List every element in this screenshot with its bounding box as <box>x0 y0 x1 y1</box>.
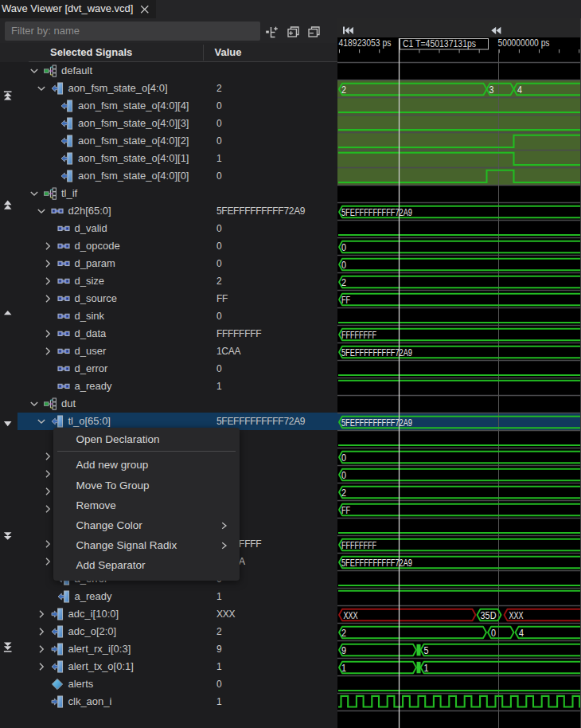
svg-text:XXX: XXX <box>344 609 358 621</box>
svg-text:0: 0 <box>341 259 346 271</box>
svg-text:9: 9 <box>341 644 346 656</box>
svg-text:2: 2 <box>341 487 346 499</box>
svg-text:500000000 ps: 500000000 ps <box>498 37 550 49</box>
svg-text:4: 4 <box>519 627 524 639</box>
svg-text:418923053 ps: 418923053 ps <box>339 37 392 49</box>
svg-text:0: 0 <box>341 469 346 481</box>
svg-text:4: 4 <box>517 84 522 96</box>
svg-text:XXX: XXX <box>509 609 524 621</box>
svg-text:3: 3 <box>489 84 494 96</box>
svg-text:5: 5 <box>424 644 429 656</box>
svg-text:C1 T=450137131ps: C1 T=450137131ps <box>403 37 476 49</box>
svg-text:2: 2 <box>341 627 346 639</box>
svg-text:FF: FF <box>341 294 350 306</box>
svg-text:FFFFFFFF: FFFFFFFF <box>341 329 376 341</box>
svg-text:5FEFFFFFFFFF72A9: 5FEFFFFFFFFF72A9 <box>341 346 412 358</box>
svg-text:5FEFFFFFFFFF72A9: 5FEFFFFFFFFF72A9 <box>341 206 412 218</box>
svg-text:0: 0 <box>341 452 346 464</box>
svg-text:5FEFFFFFFFFF72A9: 5FEFFFFFFFFF72A9 <box>341 417 412 429</box>
svg-text:1: 1 <box>424 662 429 674</box>
svg-text:FFFFFFFF: FFFFFFFF <box>341 539 376 551</box>
svg-text:2: 2 <box>341 84 346 96</box>
svg-text:FF: FF <box>341 504 350 516</box>
svg-text:1: 1 <box>341 662 346 674</box>
svg-text:0: 0 <box>491 627 496 639</box>
svg-text:5FEFFFFFFFFF72A9: 5FEFFFFFFFFF72A9 <box>341 557 412 569</box>
svg-text:2: 2 <box>341 276 346 288</box>
svg-text:0: 0 <box>341 241 346 253</box>
svg-text:35D: 35D <box>481 609 497 621</box>
